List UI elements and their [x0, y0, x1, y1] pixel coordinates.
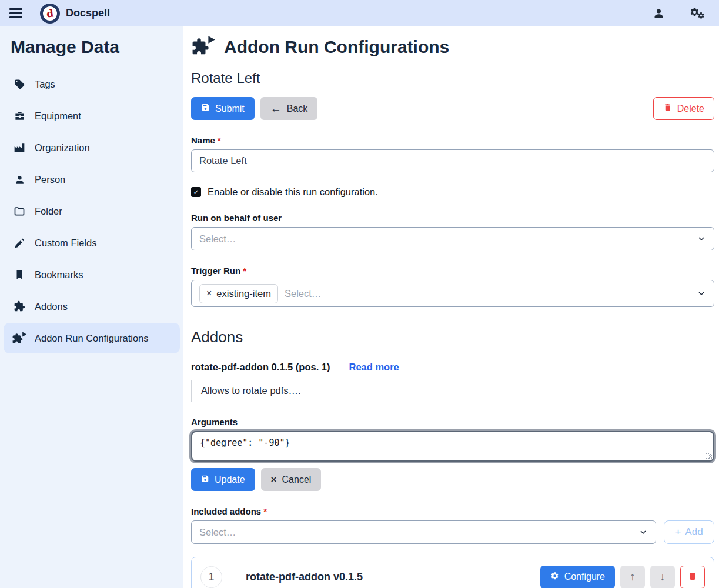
chevron-down-icon [638, 527, 648, 537]
trash-icon [663, 103, 672, 114]
sidebar-item-bookmarks[interactable]: Bookmarks [4, 259, 180, 290]
sidebar-item-label: Tags [35, 79, 55, 90]
sidebar-item-label: Equipment [35, 111, 81, 122]
submit-button[interactable]: Submit [191, 97, 255, 120]
configure-label: Configure [564, 572, 605, 582]
arrow-up-icon: ↑ [630, 570, 636, 583]
arrow-down-icon: ↓ [660, 570, 666, 583]
required-marker: * [243, 266, 246, 276]
menu-hamburger-icon[interactable] [9, 8, 22, 18]
configure-button[interactable]: Configure [540, 566, 615, 588]
organization-icon [13, 141, 26, 154]
sidebar-item-label: Bookmarks [35, 269, 83, 280]
person-icon [13, 173, 26, 186]
sidebar-item-label: Organization [35, 142, 90, 153]
arguments-label: Arguments [191, 417, 714, 427]
save-icon [201, 103, 210, 114]
name-input[interactable] [191, 149, 714, 172]
included-addons-label: Included addons* [191, 506, 714, 516]
sidebar-item-equipment[interactable]: Equipment [4, 101, 180, 131]
trigger-chip-existing-item: × existing-item [199, 284, 278, 303]
bookmark-icon [13, 268, 26, 281]
user-account-icon[interactable] [653, 7, 665, 19]
logo-letter: d [46, 7, 55, 19]
equipment-icon [13, 109, 26, 122]
delete-button[interactable]: Delete [653, 97, 714, 120]
chevron-down-icon [696, 288, 707, 299]
sidebar-item-label: Addons [35, 301, 68, 312]
plus-icon: + [675, 526, 681, 538]
position-badge: 1 [200, 566, 222, 588]
move-down-button[interactable]: ↓ [650, 566, 675, 588]
sidebar-item-label: Person [35, 174, 65, 185]
sidebar-item-organization[interactable]: Organization [4, 132, 180, 163]
included-addons-select[interactable]: Select… [191, 520, 656, 544]
update-button[interactable]: Update [191, 468, 255, 491]
add-addon-button[interactable]: + Add [664, 520, 714, 544]
puzzle-icon [13, 300, 26, 313]
required-marker: * [263, 506, 267, 516]
cancel-button[interactable]: × Cancel [261, 468, 322, 491]
sidebar-item-person[interactable]: Person [4, 164, 180, 195]
addons-section-heading: Addons [191, 328, 714, 346]
sidebar-title: Manage Data [0, 34, 183, 57]
close-icon: × [271, 475, 277, 485]
sidebar-item-label: Folder [35, 206, 62, 217]
included-addon-card: 1 rotate-pdf-addon v0.1.5 Configure ↑ ↓ [191, 557, 714, 588]
top-navbar: d Docspell [0, 0, 719, 26]
add-label: Add [685, 526, 703, 538]
read-more-link[interactable]: Read more [349, 362, 399, 373]
chip-label: existing-item [216, 288, 271, 299]
delete-label: Delete [677, 103, 704, 114]
required-marker: * [218, 135, 221, 145]
move-up-button[interactable]: ↑ [620, 566, 645, 588]
pen-icon [13, 236, 26, 249]
remove-addon-button[interactable] [680, 566, 705, 588]
trigger-placeholder: Select… [285, 288, 321, 299]
settings-cogs-icon[interactable] [690, 7, 705, 19]
folder-icon [13, 205, 26, 218]
trigger-run-select[interactable]: × existing-item Select… [191, 280, 714, 307]
sidebar-item-tags[interactable]: Tags [4, 69, 180, 99]
chevron-down-icon [696, 233, 707, 244]
trigger-run-label: Trigger Run* [191, 266, 714, 276]
update-label: Update [215, 475, 245, 485]
trash-icon [688, 572, 697, 583]
tag-icon [13, 78, 26, 91]
cancel-label: Cancel [282, 475, 312, 485]
sidebar-item-label: Custom Fields [35, 238, 96, 249]
gear-icon [550, 572, 559, 583]
addon-description: Allows to rotate pdfs…. [191, 380, 714, 402]
main-content: Addon Run Configurations Rotate Left Sub… [183, 26, 719, 588]
name-field-label: Name* [191, 135, 714, 145]
included-placeholder: Select… [199, 527, 236, 538]
config-name-heading: Rotate Left [191, 70, 714, 86]
addon-run-config-icon [191, 36, 216, 58]
textarea-resize-handle[interactable] [706, 453, 712, 459]
sidebar-item-custom-fields[interactable]: Custom Fields [4, 228, 180, 258]
page-title: Addon Run Configurations [224, 37, 449, 57]
chip-remove-icon[interactable]: × [206, 289, 212, 298]
back-arrow-icon: ← [270, 103, 282, 114]
sidebar-item-folder[interactable]: Folder [4, 196, 180, 226]
back-button[interactable]: ← Back [260, 97, 318, 120]
run-behalf-select[interactable]: Select… [191, 227, 714, 250]
enable-checkbox[interactable]: ✓ [191, 187, 201, 197]
sidebar-item-label: Addon Run Configurations [35, 333, 149, 344]
docspell-logo[interactable]: d [40, 4, 60, 24]
puzzle-run-icon [13, 332, 26, 345]
included-addon-name: rotate-pdf-addon v0.1.5 [246, 571, 363, 583]
save-icon [201, 475, 209, 485]
sidebar-item-addon-run-configurations[interactable]: Addon Run Configurations [4, 323, 180, 353]
sidebar-item-addons[interactable]: Addons [4, 291, 180, 322]
enable-checkbox-label: Enable or disable this run configuration… [208, 186, 378, 198]
addon-title: rotate-pdf-addon 0.1.5 (pos. 1) [191, 362, 330, 373]
run-behalf-label: Run on behalf of user [191, 213, 714, 223]
arguments-textarea[interactable]: {"degree": "-90"} [191, 431, 714, 462]
app-title[interactable]: Docspell [66, 7, 110, 19]
submit-label: Submit [215, 103, 245, 114]
run-behalf-placeholder: Select… [199, 233, 236, 245]
back-label: Back [287, 103, 308, 114]
sidebar: Manage Data Tags Equipment Organization … [0, 26, 183, 588]
